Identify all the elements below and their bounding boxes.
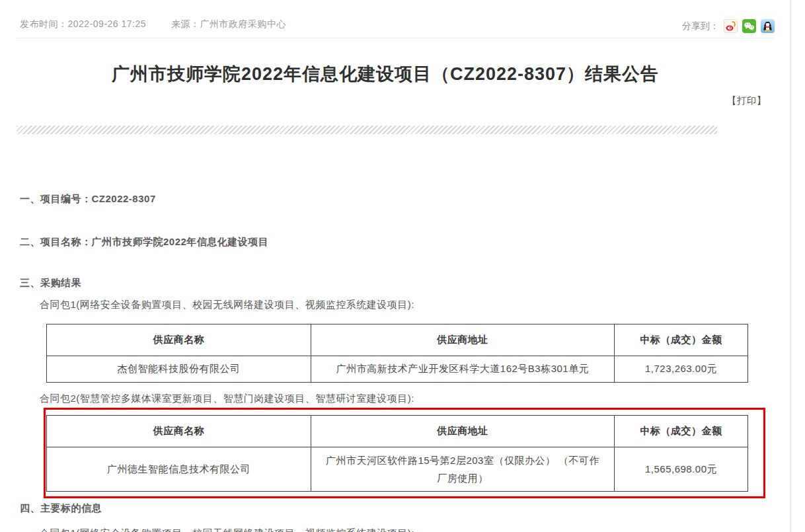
weibo-share-icon[interactable] [724, 19, 738, 33]
lot1-result-table: 供应商名称 供应商地址 中标（成交）金额 杰创智能科技股份有限公司 广州市高新技… [46, 324, 748, 383]
lot1-label: 合同包1(网络安全设备购置项目、校园无线网络建设项目、视频监控系统建设项目): [40, 299, 414, 311]
source-value: 广州市政府采购中心 [200, 19, 287, 29]
source-label: 来源： [171, 19, 200, 29]
meta-bar: 发布时间：2022-09-26 17:25来源：广州市政府采购中心 [20, 19, 286, 30]
section-procurement-result: 三、采购结果 [20, 277, 81, 289]
section-project-name: 二、项目名称：广州市技师学院2022年信息化建设项目 [20, 236, 268, 248]
table-header-row: 供应商名称 供应商地址 中标（成交）金额 [47, 416, 748, 447]
share-label: 分享到： [682, 20, 719, 32]
header-supplier-name: 供应商名称 [47, 416, 311, 447]
table-header-row: 供应商名称 供应商地址 中标（成交）金额 [47, 324, 748, 356]
section-main-bid-info: 四、主要标的信息 [20, 502, 102, 515]
lot2-supplier-name: 广州德生智能信息技术有限公司 [47, 447, 311, 492]
lot1-detail-label-clipped: 合同包1(网络安全设备购置项目、校园无线网络建设项目、视频监控系统建设项目): [40, 527, 414, 532]
publish-time-value: 2022-09-26 17:25 [68, 19, 147, 29]
hatched-divider [17, 126, 717, 134]
page-right-divider [790, 0, 791, 532]
lot2-label: 合同包2(智慧管控多媒体课室更新项目、智慧门岗建设项目、智慧研讨室建设项目): [40, 393, 414, 405]
lot2-award-amount: 1,565,698.00元 [615, 447, 748, 492]
lot1-supplier-name: 杰创智能科技股份有限公司 [47, 356, 311, 383]
meta-separator-line [17, 38, 774, 38]
print-button[interactable]: 【打印】 [727, 95, 767, 107]
header-award-amount: 中标（成交）金额 [615, 324, 748, 356]
publish-time-label: 发布时间： [20, 19, 68, 29]
qq-share-icon[interactable] [761, 19, 775, 33]
page-title: 广州市技师学院2022年信息化建设项目（CZ2022-8307）结果公告 [0, 62, 771, 86]
share-bar: 分享到： [682, 19, 775, 33]
lot1-supplier-address: 广州市高新技术产业开发区科学大道162号B3栋301单元 [311, 356, 615, 383]
lot1-award-amount: 1,723,263.00元 [615, 356, 748, 383]
wechat-share-icon[interactable] [742, 19, 756, 33]
header-award-amount: 中标（成交）金额 [615, 416, 748, 447]
section-project-number: 一、项目编号：CZ2022-8307 [20, 193, 156, 206]
lot2-supplier-address: 广州市天河区软件路15号第2层203室（仅限办公） （不可作厂房使用） [311, 447, 615, 492]
lot2-result-table: 供应商名称 供应商地址 中标（成交）金额 广州德生智能信息技术有限公司 广州市天… [46, 415, 748, 492]
header-supplier-address: 供应商地址 [311, 324, 615, 356]
header-supplier-name: 供应商名称 [47, 324, 311, 356]
announcement-page: 发布时间：2022-09-26 17:25来源：广州市政府采购中心 分享到： [0, 0, 805, 532]
header-supplier-address: 供应商地址 [311, 416, 615, 447]
table-row: 广州德生智能信息技术有限公司 广州市天河区软件路15号第2层203室（仅限办公）… [47, 447, 748, 492]
table-row: 杰创智能科技股份有限公司 广州市高新技术产业开发区科学大道162号B3栋301单… [47, 356, 748, 383]
